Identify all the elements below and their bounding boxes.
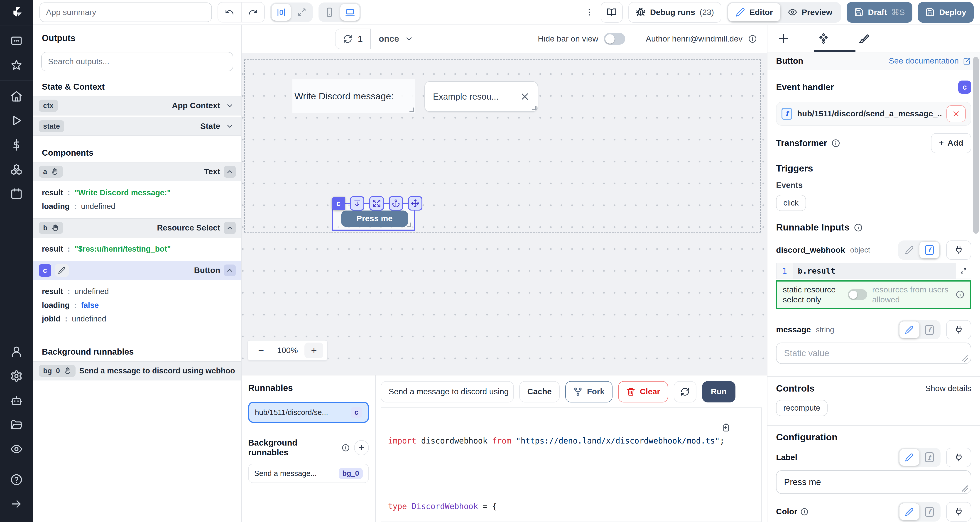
resize-handle[interactable] bbox=[409, 108, 414, 112]
windmill-logo[interactable] bbox=[0, 0, 33, 25]
settings-gear-icon[interactable] bbox=[5, 364, 28, 387]
add-transformer-button[interactable]: + Add bbox=[931, 133, 971, 153]
clear-button[interactable]: Clear bbox=[618, 381, 668, 403]
app-summary-input[interactable] bbox=[40, 3, 212, 22]
apps-icon[interactable] bbox=[5, 29, 28, 53]
zoom-in-button[interactable]: + bbox=[304, 342, 323, 358]
bot-icon[interactable] bbox=[5, 389, 28, 412]
see-documentation-link[interactable]: See documentation bbox=[889, 56, 971, 65]
info-icon[interactable] bbox=[956, 290, 964, 299]
workers-user-icon[interactable] bbox=[5, 340, 28, 363]
app-canvas[interactable]: Write Discord message: Example resou... … bbox=[242, 53, 767, 375]
desktop-view-button[interactable] bbox=[340, 4, 360, 21]
anchor-button[interactable] bbox=[389, 196, 403, 210]
home-icon[interactable] bbox=[5, 84, 28, 108]
collapse-arrow-icon[interactable] bbox=[5, 492, 28, 516]
canvas-button-component[interactable]: Press me bbox=[341, 210, 408, 227]
mobile-view-button[interactable] bbox=[320, 4, 339, 21]
runs-play-icon[interactable] bbox=[5, 109, 28, 132]
tab-preview[interactable]: Preview bbox=[780, 3, 840, 21]
fork-button[interactable]: Fork bbox=[565, 381, 612, 403]
label-value-input[interactable]: Press me bbox=[776, 470, 971, 494]
refresh-script-button[interactable] bbox=[674, 381, 697, 403]
debug-runs-button[interactable]: Debug runs (23) bbox=[628, 2, 721, 23]
eval-mode-function-icon[interactable]: f bbox=[920, 503, 939, 520]
fullwidth-layout-button[interactable] bbox=[292, 4, 312, 21]
add-background-runnable-button[interactable]: + bbox=[354, 440, 369, 455]
hide-bar-toggle[interactable] bbox=[604, 33, 625, 45]
resize-handle[interactable] bbox=[532, 106, 536, 110]
event-handler-runnable[interactable]: f hub/1511/discord/send_a_message_... bbox=[776, 102, 971, 126]
script-name-button[interactable]: Send a message to discord using bbox=[381, 381, 514, 403]
message-static-value-input[interactable]: Static value bbox=[776, 342, 971, 364]
resources-boxes-icon[interactable] bbox=[5, 158, 28, 181]
expand-editor-button[interactable] bbox=[956, 263, 971, 279]
centered-layout-button[interactable] bbox=[272, 4, 291, 21]
audit-eye-icon[interactable] bbox=[5, 438, 28, 461]
resize-handle[interactable] bbox=[407, 223, 411, 227]
static-resource-toggle[interactable] bbox=[848, 289, 867, 300]
info-icon[interactable] bbox=[831, 139, 840, 148]
panel-scrollbar[interactable] bbox=[973, 57, 979, 234]
help-icon[interactable] bbox=[5, 468, 28, 492]
connect-plug-button[interactable] bbox=[946, 320, 971, 339]
output-row-state[interactable]: state State bbox=[33, 116, 241, 136]
canvas-resource-select-component[interactable]: Example resou... bbox=[425, 81, 538, 112]
connect-plug-button[interactable] bbox=[946, 502, 971, 521]
code-editor[interactable]: import discordwebhook from "https://deno… bbox=[381, 407, 762, 522]
static-mode-pencil-icon[interactable] bbox=[899, 242, 920, 258]
static-mode-pencil-icon[interactable] bbox=[899, 503, 920, 520]
info-icon[interactable] bbox=[800, 508, 808, 516]
textarea-resize-handle[interactable] bbox=[962, 355, 969, 361]
tab-insert-plus-icon[interactable] bbox=[776, 31, 791, 46]
schedules-calendar-icon[interactable] bbox=[5, 182, 28, 205]
deploy-button[interactable]: Deploy bbox=[918, 2, 974, 23]
chevron-up-icon[interactable] bbox=[224, 222, 236, 234]
undo-button[interactable] bbox=[218, 3, 241, 22]
connect-plug-button[interactable] bbox=[946, 240, 971, 260]
zoom-out-button[interactable]: − bbox=[252, 342, 270, 358]
static-mode-pencil-icon[interactable] bbox=[899, 449, 920, 466]
cache-button[interactable]: Cache bbox=[519, 381, 560, 403]
favorites-star-icon[interactable] bbox=[5, 54, 28, 77]
show-details-link[interactable]: Show details bbox=[925, 384, 971, 393]
output-row-bg0[interactable]: bg_0 Send a message to discord using web… bbox=[33, 361, 241, 380]
remove-runnable-button[interactable] bbox=[947, 105, 966, 122]
tab-component-settings-icon[interactable] bbox=[816, 31, 831, 46]
more-menu-button[interactable] bbox=[584, 4, 595, 21]
canvas-text-component[interactable]: Write Discord message: bbox=[293, 80, 415, 113]
fill-height-button[interactable] bbox=[350, 196, 364, 210]
clear-select-icon[interactable] bbox=[520, 92, 530, 101]
draft-button[interactable]: Draft⌘S bbox=[846, 2, 912, 23]
output-row-c-selected[interactable]: c Button bbox=[33, 261, 241, 280]
connect-plug-button[interactable] bbox=[946, 448, 971, 467]
recompute-chip[interactable]: recompute bbox=[776, 400, 827, 416]
click-event-chip[interactable]: click bbox=[776, 195, 806, 211]
runnable-item-selected[interactable]: hub/1511/discord/se... c bbox=[248, 402, 369, 423]
chevron-up-icon[interactable] bbox=[224, 264, 236, 276]
redo-button[interactable] bbox=[241, 3, 264, 22]
output-row-b[interactable]: b Resource Select bbox=[33, 218, 241, 237]
discord-webhook-expr-editor[interactable]: 1 b.result bbox=[776, 263, 971, 279]
move-button[interactable] bbox=[408, 196, 422, 210]
output-row-ctx[interactable]: ctx App Context bbox=[33, 96, 241, 115]
copy-code-icon[interactable] bbox=[721, 423, 731, 432]
expand-button[interactable] bbox=[369, 196, 383, 210]
info-icon[interactable] bbox=[854, 223, 863, 232]
eval-mode-function-icon[interactable]: f bbox=[920, 449, 939, 466]
search-outputs-input[interactable] bbox=[41, 52, 234, 71]
output-row-a[interactable]: a Text bbox=[33, 162, 241, 181]
refresh-count-box[interactable]: 1 bbox=[335, 29, 371, 49]
chevron-up-icon[interactable] bbox=[224, 166, 236, 178]
static-mode-pencil-icon[interactable] bbox=[899, 321, 920, 338]
chevron-down-icon[interactable] bbox=[224, 100, 236, 111]
folder-icon[interactable] bbox=[5, 413, 28, 436]
docs-book-button[interactable] bbox=[601, 2, 623, 23]
variables-dollar-icon[interactable] bbox=[5, 134, 28, 156]
refresh-mode-dropdown[interactable]: once bbox=[371, 34, 422, 44]
background-runnable-item[interactable]: Send a message... bg_0 bbox=[248, 464, 369, 483]
tab-styling-brush-icon[interactable] bbox=[856, 31, 871, 46]
chevron-down-icon[interactable] bbox=[224, 121, 236, 132]
info-icon[interactable] bbox=[342, 444, 350, 452]
textarea-resize-handle[interactable] bbox=[962, 485, 969, 492]
